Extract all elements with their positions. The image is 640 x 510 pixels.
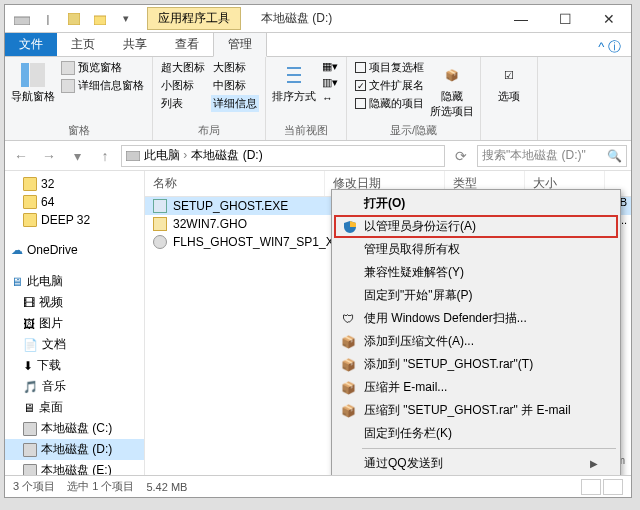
- options-button[interactable]: ☑ 选项: [487, 59, 531, 104]
- video-icon: 🎞: [23, 296, 35, 310]
- ctx-add-archive[interactable]: 📦添加到压缩文件(A)...: [334, 330, 618, 353]
- add-columns-button[interactable]: ▥▾: [320, 75, 340, 90]
- ctx-admin-ownership[interactable]: 管理员取得所有权: [334, 238, 618, 261]
- preview-pane-button[interactable]: 预览窗格: [59, 59, 146, 76]
- forward-button[interactable]: →: [37, 144, 61, 168]
- tree-downloads[interactable]: ⬇下载: [5, 355, 144, 376]
- search-placeholder: 搜索"本地磁盘 (D:)": [482, 147, 586, 164]
- tab-home[interactable]: 主页: [57, 33, 109, 56]
- tree-this-pc[interactable]: 🖥此电脑: [5, 271, 144, 292]
- window-title: 本地磁盘 (D:): [261, 10, 332, 27]
- options-label: 选项: [498, 89, 520, 104]
- qat-dropdown-icon[interactable]: ▾: [115, 8, 137, 30]
- tree-drive-c[interactable]: 本地磁盘 (C:): [5, 418, 144, 439]
- address-bar: ← → ▾ ↑ 此电脑 本地磁盘 (D:) ⟳ 搜索"本地磁盘 (D:)" 🔍: [5, 141, 631, 171]
- status-selected: 选中 1 个项目: [67, 479, 134, 494]
- search-input[interactable]: 搜索"本地磁盘 (D:)" 🔍: [477, 145, 627, 167]
- view-details-button[interactable]: [581, 479, 601, 495]
- menu-separator: [362, 448, 616, 449]
- tab-manage[interactable]: 管理: [213, 32, 267, 57]
- tab-file[interactable]: 文件: [5, 33, 57, 56]
- submenu-arrow-icon: ▶: [590, 458, 598, 469]
- ctx-pin-taskbar[interactable]: 固定到任务栏(K): [334, 422, 618, 445]
- breadcrumb[interactable]: 此电脑 本地磁盘 (D:): [121, 145, 445, 167]
- svg-rect-5: [126, 151, 140, 161]
- sort-by-button[interactable]: 排序方式: [272, 59, 316, 104]
- tree-folder-32[interactable]: 32: [5, 175, 144, 193]
- ribbon-help-icon[interactable]: ^ ⓘ: [588, 38, 631, 56]
- qat-properties-icon[interactable]: [63, 8, 85, 30]
- tree-folder-deep32[interactable]: DEEP 32: [5, 211, 144, 229]
- hide-selected-button[interactable]: 📦 隐藏 所选项目: [430, 59, 474, 119]
- tree-desktop[interactable]: 🖥桌面: [5, 397, 144, 418]
- ctx-compat-troubleshoot[interactable]: 兼容性疑难解答(Y): [334, 261, 618, 284]
- checkbox-item-checkboxes[interactable]: 项目复选框: [353, 59, 426, 76]
- svg-rect-0: [14, 17, 30, 25]
- folder-icon: [23, 177, 37, 191]
- qat-new-folder-icon[interactable]: [89, 8, 111, 30]
- view-medium[interactable]: 中图标: [211, 77, 259, 94]
- tab-share[interactable]: 共享: [109, 33, 161, 56]
- view-extra-large[interactable]: 超大图标: [159, 59, 207, 76]
- minimize-button[interactable]: —: [499, 5, 543, 33]
- tree-pictures[interactable]: 🖼图片: [5, 313, 144, 334]
- recent-dropdown[interactable]: ▾: [65, 144, 89, 168]
- tree-drive-e[interactable]: 本地磁盘 (E:): [5, 460, 144, 475]
- details-pane-button[interactable]: 详细信息窗格: [59, 77, 146, 94]
- download-icon: ⬇: [23, 359, 33, 373]
- exe-icon: [153, 199, 167, 213]
- ctx-pin-start[interactable]: 固定到"开始"屏幕(P): [334, 284, 618, 307]
- svg-rect-2: [94, 16, 106, 25]
- view-details[interactable]: 详细信息: [211, 95, 259, 112]
- ctx-add-rar[interactable]: 📦添加到 "SETUP_GHOST.rar"(T): [334, 353, 618, 376]
- view-thumbnails-button[interactable]: [603, 479, 623, 495]
- computer-icon: 🖥: [11, 275, 23, 289]
- view-list[interactable]: 列表: [159, 95, 207, 112]
- ctx-defender-scan[interactable]: 🛡使用 Windows Defender扫描...: [334, 307, 618, 330]
- tree-documents[interactable]: 📄文档: [5, 334, 144, 355]
- refresh-button[interactable]: ⟳: [449, 144, 473, 168]
- nav-tree[interactable]: 32 64 DEEP 32 ☁OneDrive 🖥此电脑 🎞视频 🖼图片 📄文档…: [5, 171, 145, 475]
- ctx-open[interactable]: 打开(O): [334, 192, 618, 215]
- iso-icon: [153, 235, 167, 249]
- tree-drive-d[interactable]: 本地磁盘 (D:): [5, 439, 144, 460]
- ctx-send-qq[interactable]: 通过QQ发送到▶: [334, 452, 618, 475]
- cloud-icon: ☁: [11, 243, 23, 257]
- checkbox-file-ext[interactable]: ✓文件扩展名: [353, 77, 426, 94]
- gho-icon: [153, 217, 167, 231]
- search-icon: 🔍: [607, 149, 622, 163]
- view-small[interactable]: 小图标: [159, 77, 207, 94]
- tree-videos[interactable]: 🎞视频: [5, 292, 144, 313]
- context-menu: 打开(O) 以管理员身份运行(A) 管理员取得所有权 兼容性疑难解答(Y) 固定…: [331, 189, 621, 475]
- ctx-compress-rar-email[interactable]: 📦压缩到 "SETUP_GHOST.rar" 并 E-mail: [334, 399, 618, 422]
- size-columns-button[interactable]: ↔: [320, 91, 340, 105]
- svg-rect-3: [21, 63, 29, 87]
- crumb-drive[interactable]: 本地磁盘 (D:): [191, 147, 262, 164]
- maximize-button[interactable]: ☐: [543, 5, 587, 33]
- title-bar: | ▾ 应用程序工具 本地磁盘 (D:) — ☐ ✕: [5, 5, 631, 33]
- nav-pane-label: 导航窗格: [11, 89, 55, 104]
- drive-icon: [126, 151, 140, 161]
- crumb-root[interactable]: 此电脑: [144, 147, 187, 164]
- rar-icon: 📦: [340, 357, 356, 373]
- rar-icon: 📦: [340, 380, 356, 396]
- tab-view[interactable]: 查看: [161, 33, 213, 56]
- back-button[interactable]: ←: [9, 144, 33, 168]
- group-showhide-label: 显示/隐藏: [353, 122, 474, 138]
- close-button[interactable]: ✕: [587, 5, 631, 33]
- picture-icon: 🖼: [23, 317, 35, 331]
- tree-onedrive[interactable]: ☁OneDrive: [5, 241, 144, 259]
- ctx-run-as-admin[interactable]: 以管理员身份运行(A): [334, 215, 618, 238]
- up-button[interactable]: ↑: [93, 144, 117, 168]
- ctx-compress-email[interactable]: 📦压缩并 E-mail...: [334, 376, 618, 399]
- group-by-button[interactable]: ▦▾: [320, 59, 340, 74]
- col-name[interactable]: 名称: [145, 171, 325, 196]
- status-bar: 3 个项目 选中 1 个项目 5.42 MB: [5, 475, 631, 497]
- desktop-icon: 🖥: [23, 401, 35, 415]
- tree-music[interactable]: 🎵音乐: [5, 376, 144, 397]
- view-large[interactable]: 大图标: [211, 59, 259, 76]
- defender-icon: 🛡: [340, 311, 356, 327]
- checkbox-hidden-items[interactable]: 隐藏的项目: [353, 95, 426, 112]
- tree-folder-64[interactable]: 64: [5, 193, 144, 211]
- nav-pane-button[interactable]: 导航窗格: [11, 59, 55, 104]
